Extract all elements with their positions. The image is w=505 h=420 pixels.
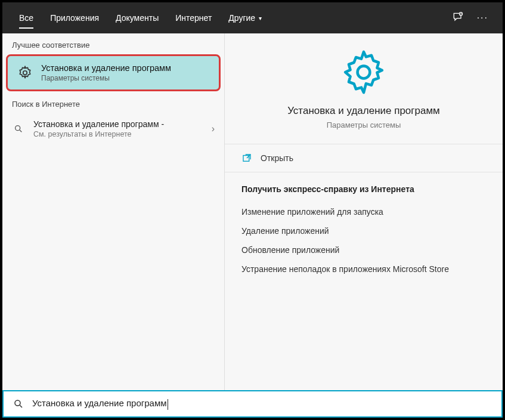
feedback-icon[interactable] [452, 11, 464, 25]
search-icon [13, 399, 24, 409]
web-result-subtitle: См. результаты в Интернете [33, 130, 203, 138]
svg-point-4 [358, 66, 370, 79]
chevron-right-icon[interactable]: › [212, 123, 215, 134]
best-match-title: Установка и удаление программ [41, 63, 171, 73]
best-match-label: Лучшее соответствие [2, 33, 224, 54]
svg-point-6 [15, 400, 20, 406]
help-link[interactable]: Обновление приложений [241, 240, 486, 260]
svg-point-2 [16, 126, 20, 131]
tab-all[interactable]: Все [11, 2, 42, 33]
search-icon [12, 124, 25, 134]
open-label: Открыть [261, 153, 293, 163]
best-match-subtitle: Параметры системы [41, 74, 171, 82]
top-tabs-bar: Все Приложения Документы Интернет Другие… [2, 2, 503, 33]
svg-point-1 [23, 71, 27, 75]
search-input[interactable]: Установка и удаление программ [2, 390, 503, 418]
tab-documents[interactable]: Документы [107, 2, 167, 33]
chevron-down-icon: ▾ [259, 15, 262, 21]
search-value: Установка и удаление программ [32, 398, 167, 408]
open-action[interactable]: Открыть [225, 144, 503, 172]
preview-title: Установка и удаление программ [287, 105, 440, 117]
results-panel: Лучшее соответствие Установка и удаление… [2, 33, 224, 390]
help-link[interactable]: Удаление приложений [241, 221, 486, 240]
svg-line-7 [20, 405, 22, 407]
web-result-title: Установка и удаление программ - [33, 119, 203, 129]
web-search-result[interactable]: Установка и удаление программ - См. резу… [2, 113, 224, 144]
help-link[interactable]: Изменение приложений для запуска [241, 202, 486, 221]
text-cursor [168, 399, 168, 410]
tab-internet[interactable]: Интернет [167, 2, 220, 33]
open-icon [241, 153, 252, 163]
preview-panel: Установка и удаление программ Параметры … [224, 33, 503, 390]
gear-icon [16, 64, 34, 82]
more-options-icon[interactable]: ··· [477, 13, 488, 23]
preview-subtitle: Параметры системы [327, 121, 401, 129]
tab-more[interactable]: Другие▾ [220, 2, 270, 33]
web-search-label: Поиск в Интернете [2, 92, 224, 113]
help-link[interactable]: Устранение неполадок в приложениях Micro… [241, 260, 486, 279]
svg-line-3 [20, 130, 21, 132]
help-heading: Получить экспресс-справку из Интернета [241, 184, 486, 194]
tab-apps[interactable]: Приложения [42, 2, 107, 33]
gear-icon [340, 49, 387, 95]
best-match-result[interactable]: Установка и удаление программ Параметры … [6, 54, 221, 91]
